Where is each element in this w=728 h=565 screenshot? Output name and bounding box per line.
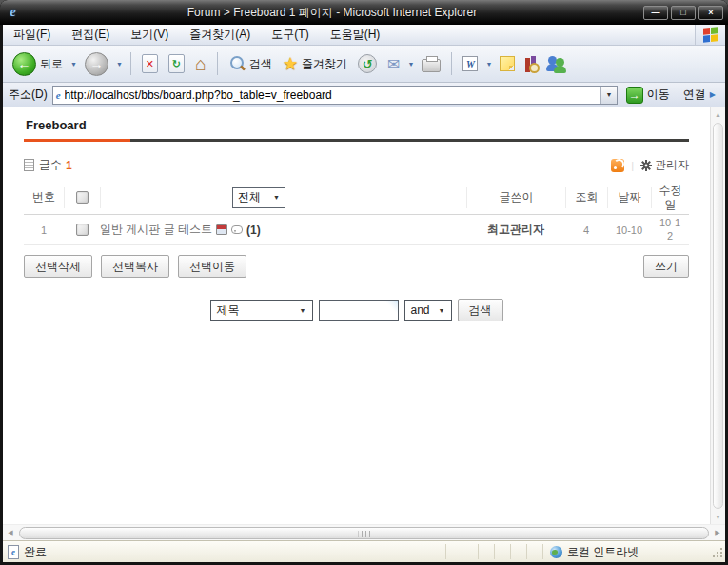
search-field-value: 제목 xyxy=(217,302,240,319)
vertical-scroll-thumb[interactable] xyxy=(713,123,723,509)
messenger-button[interactable] xyxy=(543,53,570,74)
move-selected-button[interactable]: 선택이동 xyxy=(178,255,246,278)
search-button[interactable]: 검색 xyxy=(226,53,275,74)
select-arrow-icon: ▼ xyxy=(273,194,280,201)
forward-button[interactable]: → xyxy=(82,50,111,78)
tab-freeboard[interactable]: Freeboard xyxy=(24,115,100,139)
header-views: 조회 xyxy=(565,187,607,208)
status-text: 완료 xyxy=(24,544,47,560)
search-label: 검색 xyxy=(249,56,272,72)
history-button[interactable]: ↺ xyxy=(355,52,380,75)
search-operator-select[interactable]: and ▼ xyxy=(404,300,452,321)
ie-window: e Forum > Freeboard 1 페이지 - Microsoft In… xyxy=(0,0,728,565)
research-button[interactable] xyxy=(522,53,539,74)
row-views: 4 xyxy=(565,224,607,236)
forward-dropdown-icon[interactable]: ▼ xyxy=(116,61,123,68)
mail-icon: ✉ xyxy=(387,55,400,73)
refresh-button[interactable]: ↻ xyxy=(166,52,187,75)
row-title-cell: 일반 게시판 글 테스트 (1) xyxy=(100,222,466,238)
favorites-label: 즐겨찾기 xyxy=(302,56,347,72)
print-button[interactable] xyxy=(419,53,443,74)
scroll-left-icon[interactable]: ◀ xyxy=(3,529,18,536)
search-submit-button[interactable]: 검색 xyxy=(458,299,503,321)
address-bar: 주소(D) e ▼ → 이동 연결 ▶ xyxy=(3,83,725,107)
row-checkbox-cell xyxy=(64,224,100,236)
post-count-value: 1 xyxy=(66,159,72,172)
menu-view[interactable]: 보기(V) xyxy=(120,25,179,45)
minimize-button[interactable]: — xyxy=(643,6,668,20)
category-select[interactable]: 전체 ▼ xyxy=(232,187,285,208)
admin-link[interactable]: 관리자 xyxy=(640,157,689,173)
edit-dropdown-icon[interactable]: ▼ xyxy=(485,61,492,68)
url-field-wrap: e ▼ xyxy=(52,86,618,105)
refresh-icon: ↻ xyxy=(168,54,185,73)
copy-selected-button[interactable]: 선택복사 xyxy=(101,255,169,278)
forward-icon: → xyxy=(85,52,108,76)
back-button[interactable]: ← 뒤로 xyxy=(10,50,66,78)
search-query-input[interactable] xyxy=(319,300,399,321)
select-arrow-icon: ▼ xyxy=(439,307,445,314)
attachment-file-icon xyxy=(216,224,227,235)
search-operator-value: and xyxy=(411,303,430,317)
home-button[interactable]: ⌂ xyxy=(192,52,209,75)
rss-icon[interactable] xyxy=(611,159,624,172)
links-button[interactable]: 연결 ▶ xyxy=(679,86,719,105)
status-bar: e 완료 로컬 인트라넷 xyxy=(3,540,725,562)
row-checkbox[interactable] xyxy=(76,224,89,236)
back-dropdown-icon[interactable]: ▼ xyxy=(70,61,77,68)
window-title: Forum > Freeboard 1 페이지 - Microsoft Inte… xyxy=(21,5,643,21)
row-author-cell: 최고관리자 xyxy=(466,222,565,238)
comment-bubble-icon xyxy=(231,225,243,234)
url-input[interactable] xyxy=(65,88,600,103)
back-icon: ← xyxy=(12,52,36,76)
security-zone: 로컬 인트라넷 xyxy=(542,544,712,559)
header-author: 글쓴이 xyxy=(466,187,565,208)
author-link[interactable]: 최고관리자 xyxy=(487,223,544,236)
horizontal-scrollbar[interactable]: ◀ ▶ xyxy=(3,524,725,540)
list-meta-row: 글수 1 | 관리자 xyxy=(24,157,689,173)
delete-selected-button[interactable]: 선택삭제 xyxy=(24,255,92,278)
gear-icon xyxy=(640,160,652,171)
scroll-up-icon[interactable]: ▲ xyxy=(711,107,725,122)
board-table: 번호 전체 ▼ 글쓴이 조회 날짜 수정일 xyxy=(24,181,689,245)
menu-tools[interactable]: 도구(T) xyxy=(261,25,319,45)
research-books-icon xyxy=(525,55,536,72)
menu-help[interactable]: 도움말(H) xyxy=(320,25,391,45)
home-icon: ⌂ xyxy=(195,54,207,73)
menu-file[interactable]: 파일(F) xyxy=(3,25,61,45)
horizontal-scroll-thumb[interactable] xyxy=(19,527,709,539)
tab-underline xyxy=(24,139,689,142)
mail-button[interactable]: ✉ xyxy=(384,53,403,75)
post-title-link[interactable]: 일반 게시판 글 테스트 xyxy=(100,222,212,238)
zone-text: 로컬 인트라넷 xyxy=(567,544,639,560)
search-icon xyxy=(228,55,246,72)
history-icon: ↺ xyxy=(358,54,377,73)
edit-with-word-button[interactable]: W xyxy=(460,54,481,73)
header-no: 번호 xyxy=(24,187,64,208)
close-button[interactable]: × xyxy=(698,6,723,20)
status-cell xyxy=(445,544,462,559)
select-all-checkbox[interactable] xyxy=(76,191,89,204)
vertical-scrollbar[interactable]: ▲ ▼ xyxy=(710,107,725,524)
write-button[interactable]: 쓰기 xyxy=(643,255,689,278)
ie-logo-icon: e xyxy=(5,5,21,21)
scroll-down-icon[interactable]: ▼ xyxy=(711,510,725,524)
go-button[interactable]: → 이동 xyxy=(622,86,674,105)
maximize-button[interactable]: □ xyxy=(671,6,696,20)
resize-grip[interactable] xyxy=(712,543,725,560)
menu-favorites[interactable]: 즐겨찾기(A) xyxy=(179,25,261,45)
print-icon xyxy=(422,59,441,72)
url-dropdown-icon[interactable]: ▼ xyxy=(600,87,617,104)
favorites-button[interactable]: ★ 즐겨찾기 xyxy=(280,53,350,74)
discuss-button[interactable] xyxy=(497,54,518,73)
windows-logo xyxy=(695,25,725,45)
search-field-select[interactable]: 제목 ▼ xyxy=(210,300,313,321)
status-cell xyxy=(526,544,542,559)
menu-edit[interactable]: 편집(E) xyxy=(61,25,120,45)
back-label: 뒤로 xyxy=(40,56,63,72)
mail-dropdown-icon[interactable]: ▼ xyxy=(408,61,415,68)
stop-button[interactable]: ✕ xyxy=(139,52,161,75)
scroll-right-icon[interactable]: ▶ xyxy=(710,529,725,536)
page-favicon-icon: e xyxy=(56,89,61,101)
table-header-row: 번호 전체 ▼ 글쓴이 조회 날짜 수정일 xyxy=(24,181,689,215)
